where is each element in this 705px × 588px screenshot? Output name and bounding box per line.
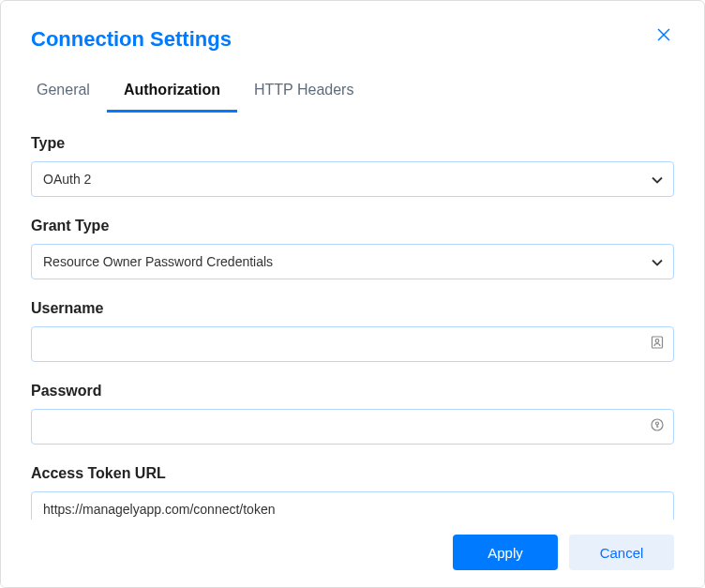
tab-general[interactable]: General [31, 72, 107, 113]
field-grant-type: Grant Type Resource Owner Password Crede… [31, 218, 674, 279]
password-input-wrapper [31, 409, 674, 445]
type-select-wrapper: OAuth 2 [31, 161, 674, 197]
dialog-content: Type OAuth 2 Grant Type Resource Owner P… [1, 113, 704, 541]
dialog-footer: Apply Cancel [1, 520, 704, 587]
close-icon [657, 28, 670, 41]
connection-settings-dialog: Connection Settings General Authorizatio… [0, 0, 705, 588]
username-input-wrapper [31, 326, 674, 362]
field-username: Username [31, 300, 674, 362]
apply-button[interactable]: Apply [453, 535, 558, 570]
dialog-header: Connection Settings [1, 1, 704, 52]
grant-type-select[interactable]: Resource Owner Password Credentials [31, 244, 674, 279]
field-access-token-url: Access Token URL [31, 465, 674, 527]
type-label: Type [31, 135, 674, 152]
grant-type-label: Grant Type [31, 218, 674, 234]
field-type: Type OAuth 2 [31, 135, 674, 197]
access-token-url-label: Access Token URL [31, 465, 674, 482]
dialog-title: Connection Settings [31, 27, 232, 52]
field-password: Password [31, 383, 674, 445]
username-label: Username [31, 300, 674, 317]
close-button[interactable] [653, 23, 674, 48]
password-input[interactable] [31, 409, 674, 445]
tab-http-headers[interactable]: HTTP Headers [237, 72, 370, 113]
username-input[interactable] [31, 326, 674, 362]
password-label: Password [31, 383, 674, 400]
type-select[interactable]: OAuth 2 [31, 161, 674, 197]
cancel-button[interactable]: Cancel [569, 535, 674, 570]
grant-type-select-wrapper: Resource Owner Password Credentials [31, 244, 674, 279]
tabs: General Authorization HTTP Headers [1, 52, 704, 113]
tab-authorization[interactable]: Authorization [107, 72, 237, 113]
